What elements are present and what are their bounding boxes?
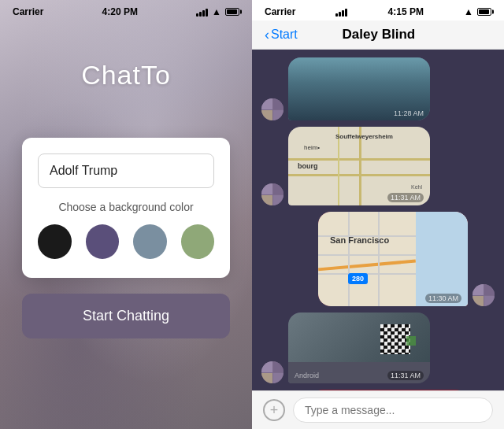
avatar: [261, 361, 284, 383]
color-options: [38, 224, 214, 259]
message-bubble: 11:28 AM: [288, 57, 430, 120]
app-title: ChatTo: [0, 60, 252, 91]
message-row: Android 11:31 AM: [261, 313, 495, 383]
start-chatting-button[interactable]: Start Chatting: [22, 294, 230, 338]
message-bubble: Android 11:31 AM: [288, 313, 430, 383]
message-text: A brand new test, post comment deletions: [310, 390, 468, 390]
color-swatch-black[interactable]: [38, 224, 72, 259]
message-bubble: 280 San Francisco 11:30 AM: [318, 212, 468, 306]
avatar: [261, 98, 284, 120]
right-carrier-label: Carrier: [265, 6, 295, 17]
bg-color-label: Choose a background color: [38, 201, 214, 213]
message-input-area: +: [252, 390, 504, 429]
battery-icon: [225, 8, 239, 16]
map-label: Souffelweyersheim: [335, 133, 393, 140]
map-thumbnail: Souffelweyersheim heim• bourg Kehl 11:31…: [288, 127, 430, 205]
timestamp: 11:31 AM: [387, 193, 424, 202]
chat-area: 11:28 AM: [252, 50, 504, 390]
back-button[interactable]: ‹ Start: [265, 28, 298, 42]
message-row: 280 San Francisco 11:30 AM: [261, 212, 495, 306]
login-card: Choose a background color: [22, 138, 230, 278]
right-signal-icon: [335, 7, 347, 17]
right-wifi-icon: ▲: [464, 6, 473, 17]
right-status-bar: Carrier 4:15 PM ▲: [252, 0, 504, 20]
back-label: Start: [271, 28, 298, 42]
message-bubble: A brand new test, post comment deletions…: [310, 390, 468, 390]
map-label: Kehl: [411, 184, 422, 190]
back-chevron-icon: ‹: [265, 28, 269, 42]
right-status-right: ▲: [464, 6, 491, 17]
nav-bar: ‹ Start Daley Blind: [252, 20, 504, 50]
signal-icon: [196, 7, 208, 17]
message-input[interactable]: [293, 398, 493, 423]
wifi-icon: ▲: [212, 6, 221, 17]
color-swatch-sage[interactable]: [181, 224, 215, 259]
chat-title: Daley Blind: [298, 27, 460, 43]
photo-checker-thumbnail: Android 11:31 AM: [288, 313, 430, 383]
status-right-icons: ▲: [196, 6, 239, 17]
highway-badge: 280: [348, 273, 368, 284]
message-bubble: Souffelweyersheim heim• bourg Kehl 11:31…: [288, 127, 430, 205]
color-swatch-slate[interactable]: [133, 224, 167, 259]
right-battery-icon: [477, 8, 491, 16]
color-swatch-purple[interactable]: [86, 224, 120, 259]
timestamp: 11:30 AM: [425, 294, 461, 303]
right-time-label: 4:15 PM: [388, 6, 424, 17]
message-row: 11:28 AM: [261, 57, 495, 120]
timestamp: 11:31 AM: [387, 371, 424, 380]
map-label: bourg: [298, 162, 318, 170]
map-label: heim•: [304, 144, 320, 151]
carrier-label: Carrier: [13, 6, 43, 17]
map-city-label: San Francisco: [330, 235, 389, 245]
add-media-button[interactable]: +: [263, 399, 285, 421]
avatar: [261, 183, 284, 205]
photo-thumbnail: 11:28 AM: [288, 57, 430, 120]
right-phone: Carrier 4:15 PM ▲ ‹ Start Daley Blind: [252, 0, 504, 429]
timestamp: 11:28 AM: [394, 109, 424, 117]
left-status-bar: Carrier 4:20 PM ▲: [0, 0, 252, 20]
left-phone: Carrier 4:20 PM ▲ ChatTo Choose a backgr…: [0, 0, 252, 429]
avatar: [472, 284, 495, 306]
message-row: Souffelweyersheim heim• bourg Kehl 11:31…: [261, 127, 495, 205]
photo-source-label: Android: [295, 372, 319, 379]
time-label: 4:20 PM: [102, 6, 138, 17]
map-sf-thumbnail: 280 San Francisco 11:30 AM: [318, 212, 468, 306]
name-input[interactable]: [38, 153, 214, 188]
